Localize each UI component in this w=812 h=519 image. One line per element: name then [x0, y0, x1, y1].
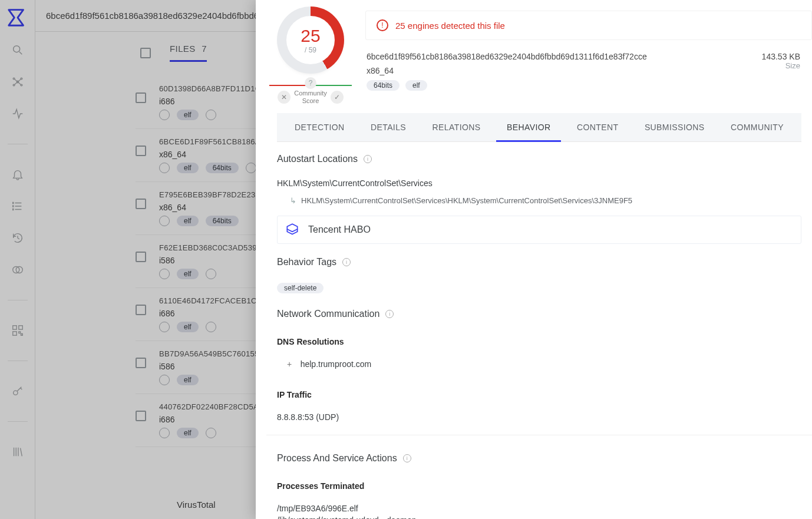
autostart-child-path: ↳ HKLM\System\CurrentControlSet\Services… [277, 196, 801, 205]
row-checkbox[interactable] [136, 358, 146, 368]
section-behavior-tags: Behavior Tags i [277, 251, 801, 273]
tab-files-label: FILES [170, 44, 196, 54]
row-checkbox[interactable] [136, 92, 146, 103]
face-icon [246, 163, 256, 173]
vote-up-button[interactable]: ✓ [331, 91, 344, 104]
provider-card[interactable]: Tencent HABO [277, 216, 801, 244]
tab-files-count: 7 [202, 44, 207, 54]
face-icon [206, 322, 216, 332]
gear-icon [159, 216, 170, 226]
file-tag: elf [177, 110, 199, 120]
terminated-process: /lib/systemd/systemd-udevd --daemon [277, 514, 801, 519]
dns-entry: + help.trumproot.com [277, 358, 801, 370]
info-icon[interactable]: i [385, 310, 394, 318]
activity-icon[interactable] [11, 107, 24, 120]
tab-files[interactable]: FILES 7 [170, 44, 207, 62]
autostart-path: HKLM\System\CurrentControlSet\Services [277, 177, 801, 189]
file-tag: 64bits [367, 80, 400, 91]
dns-resolutions-title: DNS Resolutions [277, 332, 801, 351]
file-name: x86_64 [367, 66, 647, 75]
provider-logo-icon [285, 222, 300, 237]
processes-terminated-title: Processes Terminated [277, 477, 801, 495]
detection-alert: ! 25 engines detected this file [365, 11, 812, 40]
file-tag: elf [177, 269, 199, 279]
tab-details[interactable]: DETAILS [368, 113, 408, 141]
file-tag: elf [405, 80, 427, 91]
bell-icon[interactable] [11, 168, 24, 181]
score-block: 25 / 59 ? ✕ Community Score ✓ [266, 11, 355, 105]
gear-icon [159, 322, 170, 332]
svg-point-11 [13, 391, 17, 395]
gear-icon [159, 428, 170, 438]
section-autostart: Autostart Locations i [277, 148, 801, 170]
left-rail [0, 0, 35, 519]
svg-point-0 [13, 46, 19, 52]
library-icon[interactable] [11, 445, 24, 458]
gear-icon [159, 163, 170, 173]
community-score-bar: ? [269, 85, 352, 86]
ip-traffic-title: IP Traffic [277, 385, 801, 404]
qr-icon[interactable] [11, 324, 24, 337]
svg-rect-9 [18, 326, 22, 329]
vote-down-button[interactable]: ✕ [278, 91, 291, 104]
face-icon [206, 269, 216, 279]
tab-relations[interactable]: RELATIONS [430, 113, 483, 141]
panel-tabs: DETECTIONDETAILSRELATIONSBEHAVIORCONTENT… [277, 113, 801, 142]
select-all-checkbox[interactable] [140, 48, 151, 58]
file-hash: 6bce6d1f89f561cb8186a39818ed6329e2404bd6… [367, 52, 647, 61]
file-tag: 64bits [206, 216, 239, 226]
row-checkbox[interactable] [136, 411, 146, 421]
detail-panel: 25 / 59 ? ✕ Community Score ✓ ! 25 engin… [256, 0, 812, 519]
alert-text: 25 engines detected this file [395, 21, 505, 31]
behavior-tag: self-delete [277, 283, 324, 293]
expand-icon[interactable]: + [285, 359, 293, 369]
svg-rect-8 [12, 326, 16, 329]
gear-icon [159, 269, 170, 279]
child-arrow-icon: ↳ [290, 196, 296, 205]
ip-entry: 8.8.8.8:53 (UDP) [277, 411, 801, 423]
provider-name: Tencent HABO [308, 224, 371, 235]
list-icon[interactable] [11, 200, 24, 213]
section-network: Network Communication i [277, 303, 801, 325]
tab-community[interactable]: COMMUNITY [728, 113, 786, 141]
tab-behavior[interactable]: BEHAVIOR [504, 113, 553, 141]
detection-total: / 59 [305, 46, 316, 54]
topbar-hash: 6bce6d1f89f561cb8186a39818ed6329e2404bd6… [46, 11, 264, 21]
gear-icon [159, 375, 170, 385]
info-icon[interactable]: i [364, 155, 372, 163]
file-tag: elf [177, 375, 199, 385]
face-icon [206, 428, 216, 438]
info-icon[interactable]: i [403, 454, 411, 462]
app-logo[interactable] [6, 5, 29, 28]
file-tag: elf [177, 216, 199, 226]
warning-icon: ! [377, 19, 388, 31]
file-tag: elf [177, 163, 199, 173]
question-icon: ? [305, 77, 316, 89]
file-tag: elf [177, 428, 199, 438]
row-checkbox[interactable] [136, 146, 146, 156]
community-score-label: Community Score [294, 90, 327, 105]
overlap-icon[interactable] [11, 263, 24, 276]
tab-submissions[interactable]: SUBMISSIONS [642, 113, 707, 141]
file-tag: elf [177, 322, 199, 332]
detection-count: 25 [301, 26, 320, 46]
footer-virustotal[interactable]: VirusTotal [177, 500, 216, 510]
tab-detection[interactable]: DETECTION [292, 113, 347, 141]
detection-gauge: 25 / 59 [281, 11, 340, 70]
tab-content[interactable]: CONTENT [575, 113, 620, 141]
file-size-label: Size [762, 61, 800, 70]
row-checkbox[interactable] [136, 305, 146, 315]
graph-icon[interactable] [11, 75, 24, 88]
svg-rect-10 [12, 332, 16, 335]
search-icon[interactable] [11, 44, 24, 57]
row-checkbox[interactable] [136, 252, 146, 262]
section-process-actions: Process And Service Actions i [277, 447, 801, 470]
history-icon[interactable] [11, 232, 24, 244]
terminated-process: /tmp/EB93A6/996E.elf [277, 503, 801, 514]
gear-icon [159, 110, 170, 120]
file-tag: 64bits [206, 163, 239, 173]
info-icon[interactable]: i [342, 258, 351, 266]
row-checkbox[interactable] [136, 199, 146, 209]
file-size-value: 143.53 KB [762, 52, 800, 61]
key-icon[interactable] [11, 385, 24, 398]
